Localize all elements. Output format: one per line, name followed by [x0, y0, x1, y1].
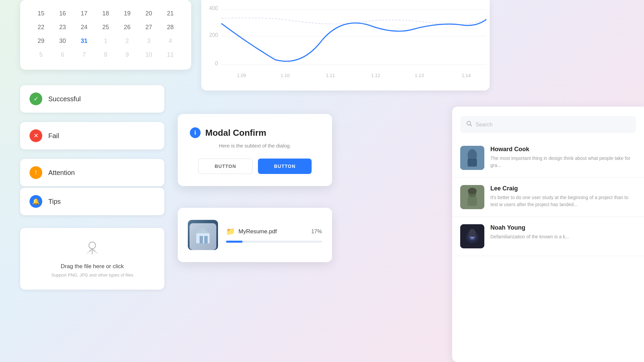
- avatar-noah: [460, 224, 484, 248]
- search-icon: [466, 121, 472, 128]
- cal-day[interactable]: 4: [160, 34, 181, 48]
- upload-card[interactable]: Drag the file here or click Support PNG,…: [20, 228, 164, 290]
- upload-subtitle: Support PNG, JPG and other types of file…: [30, 273, 154, 278]
- tips-icon: 🔔: [30, 195, 42, 208]
- cal-day[interactable]: 27: [138, 20, 159, 34]
- person-quote-noah: Defamiliarization of the known is a k...: [490, 233, 569, 240]
- chart-svg: 400 200 0 1.09 1.10 1.11 1.12 1.13 1.14: [201, 0, 490, 90]
- svg-line-19: [470, 125, 472, 126]
- cal-day[interactable]: 15: [30, 7, 52, 20]
- modal-buttons: BUTTON BUTTON: [190, 159, 320, 174]
- person-quote-howard: The most important thing in design think…: [490, 155, 636, 169]
- svg-text:1.11: 1.11: [326, 73, 335, 78]
- svg-point-12: [89, 242, 96, 249]
- right-panel: Search Howard Cook The most important th…: [452, 107, 644, 362]
- cal-day[interactable]: 8: [95, 48, 116, 62]
- notif-label-fail: Fail: [48, 132, 59, 140]
- svg-text:400: 400: [209, 5, 218, 11]
- person-name-howard: Howard Cook: [490, 146, 636, 153]
- folder-icon: 📁: [226, 227, 235, 236]
- avatar-howard: [460, 146, 484, 170]
- person-text-noah: Noah Young Defamiliarization of the know…: [490, 224, 569, 248]
- person-item-noah[interactable]: Noah Young Defamiliarization of the know…: [452, 217, 644, 256]
- svg-rect-25: [468, 197, 477, 206]
- cal-day[interactable]: 24: [73, 20, 95, 34]
- avatar-lee: [460, 185, 484, 209]
- cal-day[interactable]: 30: [52, 34, 73, 48]
- calendar-grid: 15 16 17 18 19 20 21 22 23 24 25 26 27 2…: [30, 7, 181, 62]
- file-name: MyResume.pdf: [238, 228, 277, 235]
- file-thumbnail: [188, 220, 218, 250]
- cal-day[interactable]: 9: [116, 48, 138, 62]
- file-info: 📁 MyResume.pdf 17%: [226, 227, 322, 243]
- cal-day[interactable]: 25: [95, 20, 116, 34]
- cal-day[interactable]: 7: [73, 48, 95, 62]
- person-text-lee: Lee Craig It's better to do one user stu…: [490, 185, 636, 209]
- cal-day[interactable]: 29: [30, 34, 52, 48]
- notification-successful: ✓ Successful: [20, 85, 164, 113]
- svg-point-26: [468, 188, 477, 194]
- notification-fail: ✕ Fail: [20, 122, 164, 149]
- svg-rect-22: [468, 159, 477, 167]
- modal-confirm-button[interactable]: BUTTON: [258, 159, 312, 174]
- notification-attention: ! Attention: [20, 159, 164, 186]
- file-percentage: 17%: [311, 229, 322, 235]
- svg-text:1.10: 1.10: [280, 73, 289, 78]
- progress-bar-fill: [226, 241, 243, 243]
- search-placeholder: Search: [476, 122, 493, 128]
- cal-day[interactable]: 21: [160, 7, 181, 20]
- modal-cancel-button[interactable]: BUTTON: [198, 159, 253, 174]
- chart-area: 400 200 0 1.09 1.10 1.11 1.12 1.13 1.14: [201, 0, 490, 90]
- cal-day-today[interactable]: 31: [73, 34, 95, 48]
- svg-text:0: 0: [215, 61, 218, 66]
- calendar-card: 15 16 17 18 19 20 21 22 23 24 25 26 27 2…: [20, 0, 191, 70]
- cal-day[interactable]: 23: [52, 20, 73, 34]
- fail-icon: ✕: [30, 129, 42, 142]
- cal-day[interactable]: 17: [73, 7, 95, 20]
- modal-header: i Modal Confirm: [190, 127, 320, 138]
- cal-day[interactable]: 16: [52, 7, 73, 20]
- svg-rect-16: [200, 236, 203, 243]
- cal-day[interactable]: 5: [30, 48, 52, 62]
- cal-day[interactable]: 3: [138, 34, 159, 48]
- cal-day[interactable]: 19: [116, 7, 138, 20]
- svg-text:1.13: 1.13: [415, 73, 424, 78]
- file-progress-card: 📁 MyResume.pdf 17%: [178, 208, 332, 262]
- svg-rect-17: [204, 236, 208, 243]
- modal-info-icon: i: [190, 127, 201, 138]
- cal-day[interactable]: 18: [95, 7, 116, 20]
- attention-icon: !: [30, 166, 42, 179]
- notif-label-tips: Tips: [48, 198, 61, 205]
- person-quote-lee: It's better to do one user study at the …: [490, 194, 636, 208]
- file-name-row: 📁 MyResume.pdf 17%: [226, 227, 322, 236]
- modal-confirm-card: i Modal Confirm Here is the subtext of t…: [178, 114, 332, 186]
- success-icon: ✓: [30, 93, 42, 105]
- svg-text:1.12: 1.12: [371, 73, 380, 78]
- cal-day[interactable]: 20: [138, 7, 159, 20]
- modal-subtext: Here is the subtext of the dialog.: [190, 143, 320, 148]
- svg-text:200: 200: [209, 32, 218, 38]
- cal-day[interactable]: 2: [116, 34, 138, 48]
- cal-day[interactable]: 22: [30, 20, 52, 34]
- person-item-howard[interactable]: Howard Cook The most important thing in …: [452, 138, 644, 178]
- cal-day[interactable]: 1: [95, 34, 116, 48]
- cal-day[interactable]: 6: [52, 48, 73, 62]
- upload-title: Drag the file here or click: [30, 263, 154, 270]
- cal-day[interactable]: 28: [160, 20, 181, 34]
- cal-day[interactable]: 26: [116, 20, 138, 34]
- search-bar[interactable]: Search: [460, 116, 636, 133]
- progress-bar-background: [226, 241, 322, 243]
- notif-label-attention: Attention: [48, 169, 75, 177]
- person-item-lee[interactable]: Lee Craig It's better to do one user stu…: [452, 178, 644, 217]
- svg-point-31: [469, 229, 476, 237]
- notification-tips: 🔔 Tips: [20, 188, 164, 215]
- cal-day[interactable]: 10: [138, 48, 159, 62]
- person-name-noah: Noah Young: [490, 224, 569, 231]
- cal-day[interactable]: 11: [160, 48, 181, 62]
- modal-title: Modal Confirm: [205, 128, 266, 138]
- chart-card: 400 200 0 1.09 1.10 1.11 1.12 1.13 1.14: [201, 0, 490, 90]
- notif-label-successful: Successful: [48, 95, 81, 103]
- svg-text:1.14: 1.14: [462, 73, 471, 78]
- upload-icon: [30, 240, 154, 259]
- person-text-howard: Howard Cook The most important thing in …: [490, 146, 636, 170]
